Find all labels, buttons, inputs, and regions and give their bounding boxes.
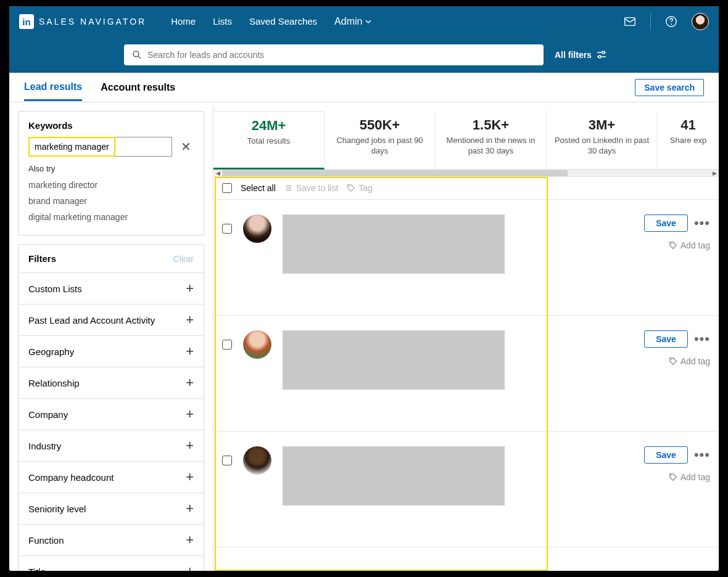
result-row: Save ••• Add tag <box>213 200 719 316</box>
more-options-icon[interactable]: ••• <box>694 216 710 230</box>
profile-avatar[interactable] <box>243 330 271 359</box>
filter-industry[interactable]: Industry+ <box>19 430 204 462</box>
filter-label: Geography <box>28 346 74 357</box>
product-name: SALES NAVIGATOR <box>39 17 146 27</box>
save-lead-button[interactable]: Save <box>644 215 688 232</box>
plus-icon: + <box>186 470 194 484</box>
all-filters-button[interactable]: All filters <box>555 50 606 60</box>
filter-relationship[interactable]: Relationship+ <box>19 367 204 399</box>
suggestion-2[interactable]: digital marketing manager <box>28 209 194 225</box>
keywords-clear-icon[interactable]: ✕ <box>178 139 194 154</box>
result-content-placeholder <box>283 215 505 274</box>
stat-share-exp[interactable]: 41 Share exp <box>658 111 719 170</box>
stats-strip: 24M+ Total results 550K+ Changed jobs in… <box>213 111 719 170</box>
stats-scrollbar[interactable]: ◀ ▶ <box>213 170 719 177</box>
keywords-title: Keywords <box>28 120 194 131</box>
stat-label: Posted on LinkedIn in past 30 days <box>553 136 651 157</box>
search-icon <box>131 49 143 60</box>
nav-admin-label: Admin <box>334 16 362 27</box>
stat-posted-linkedin[interactable]: 3M+ Posted on LinkedIn in past 30 days <box>547 111 658 170</box>
plus-icon: + <box>186 313 194 327</box>
filter-geography[interactable]: Geography+ <box>19 336 204 367</box>
nav-admin[interactable]: Admin <box>334 16 372 27</box>
filters-clear[interactable]: Clear <box>173 254 194 264</box>
sliders-icon <box>597 50 606 60</box>
filter-past-activity[interactable]: Past Lead and Account Activity+ <box>19 305 204 336</box>
filter-headcount[interactable]: Company headcount+ <box>19 462 204 493</box>
more-options-icon[interactable]: ••• <box>694 448 710 462</box>
nav-lists[interactable]: Lists <box>213 16 232 27</box>
plus-icon: + <box>186 282 194 295</box>
stat-label: Mentioned in the news in past 30 days <box>442 136 540 157</box>
plus-icon: + <box>186 533 194 547</box>
tag-icon <box>347 184 355 192</box>
stat-label: Share exp <box>664 136 713 146</box>
global-search-input[interactable] <box>147 50 536 60</box>
tag-icon <box>669 241 677 250</box>
save-to-list-action[interactable]: Save to list <box>284 183 338 193</box>
save-lead-button[interactable]: Save <box>644 330 688 348</box>
mail-icon[interactable] <box>623 15 637 28</box>
linkedin-logo[interactable]: in <box>19 14 34 29</box>
row-checkbox[interactable] <box>222 340 232 350</box>
stat-num: 550K+ <box>331 117 429 133</box>
stat-total-results[interactable]: 24M+ Total results <box>213 111 325 170</box>
suggestion-0[interactable]: marketing director <box>28 177 194 193</box>
suggestion-1[interactable]: brand manager <box>28 193 194 209</box>
plus-icon: + <box>186 565 194 571</box>
profile-avatar[interactable] <box>243 215 271 243</box>
filter-company[interactable]: Company+ <box>19 399 204 430</box>
add-tag-button[interactable]: Add tag <box>669 472 710 482</box>
select-all-checkbox[interactable] <box>222 183 232 193</box>
filter-custom-lists[interactable]: Custom Lists+ <box>19 273 204 305</box>
add-tag-label: Add tag <box>680 356 710 366</box>
keywords-input-wrap[interactable]: marketing manager <box>28 137 172 157</box>
row-checkbox[interactable] <box>222 456 232 465</box>
stat-changed-jobs[interactable]: 550K+ Changed jobs in past 90 days <box>325 111 436 170</box>
filter-title[interactable]: Title+ <box>19 556 204 571</box>
save-to-list-label: Save to list <box>296 183 338 193</box>
nav-home[interactable]: Home <box>171 16 196 27</box>
save-lead-button[interactable]: Save <box>644 446 688 464</box>
add-tag-button[interactable]: Add tag <box>669 356 710 366</box>
tab-account-results[interactable]: Account results <box>101 75 175 100</box>
save-search-button[interactable]: Save search <box>635 79 704 96</box>
filter-label: Custom Lists <box>28 284 82 294</box>
list-icon <box>284 184 293 192</box>
keywords-input[interactable] <box>29 142 172 152</box>
select-all-label: Select all <box>241 183 276 193</box>
svg-point-2 <box>671 23 672 25</box>
profile-avatar[interactable] <box>243 446 271 475</box>
more-options-icon[interactable]: ••• <box>694 332 710 346</box>
filter-seniority[interactable]: Seniority level+ <box>19 493 204 525</box>
svg-point-3 <box>133 51 139 57</box>
row-checkbox[interactable] <box>222 224 232 234</box>
stat-mentioned-news[interactable]: 1.5K+ Mentioned in the news in past 30 d… <box>436 111 547 170</box>
add-tag-button[interactable]: Add tag <box>669 240 710 250</box>
stat-label: Total results <box>220 136 318 147</box>
tab-lead-results[interactable]: Lead results <box>24 74 82 101</box>
nav-saved-searches[interactable]: Saved Searches <box>249 16 317 27</box>
scroll-left-icon[interactable]: ◀ <box>213 170 222 176</box>
filter-label: Company headcount <box>28 472 114 483</box>
stat-num: 3M+ <box>553 117 651 133</box>
result-row: Save ••• Add tag <box>213 316 719 432</box>
help-icon[interactable] <box>664 15 678 28</box>
filter-label: Title <box>28 567 46 571</box>
tag-action[interactable]: Tag <box>347 183 373 193</box>
global-search-box[interactable] <box>124 44 544 65</box>
tag-icon <box>669 357 677 366</box>
result-content-placeholder <box>283 330 505 390</box>
stat-num: 1.5K+ <box>442 117 540 133</box>
keywords-card: Keywords marketing manager ✕ Also try ma… <box>18 111 204 235</box>
nav-divider <box>650 13 651 30</box>
filter-label: Relationship <box>28 378 80 388</box>
scroll-right-icon[interactable]: ▶ <box>710 170 719 176</box>
scrollbar-thumb[interactable] <box>222 170 568 176</box>
plus-icon: + <box>186 439 194 452</box>
plus-icon: + <box>186 345 194 358</box>
filter-function[interactable]: Function+ <box>19 525 204 556</box>
avatar[interactable] <box>692 13 709 30</box>
result-row: Save ••• Add tag <box>213 432 719 547</box>
tag-icon <box>669 473 677 481</box>
